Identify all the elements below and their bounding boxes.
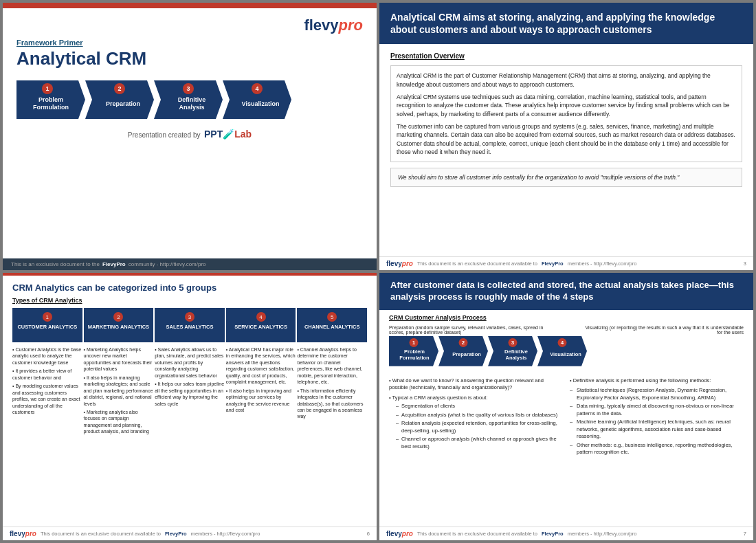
right-top-note: Visualizing (or reporting) the results i… xyxy=(584,325,744,335)
slide4-main-content: • What do we want to know? Is answering … xyxy=(379,370,753,527)
left-bullet-1: • Typical a CRM analysis question is abo… xyxy=(389,395,563,402)
right-sub-3: Other methods: e.g., business intelligen… xyxy=(570,442,744,456)
analytics-label-2: MARKETING ANALYTICS xyxy=(86,324,152,330)
analytics-num-2: 2 xyxy=(113,312,123,322)
analytics-num-3: 3 xyxy=(185,312,194,322)
slide4-step-3: 3 DefinitiveAnalysis xyxy=(488,336,537,366)
right-sub-1: Data mining, typically aimed at discover… xyxy=(570,403,744,417)
slide2-footer-brand: FlevyPro xyxy=(542,261,564,267)
step-4-number: 4 xyxy=(252,83,263,94)
analytics-label-5: CHANNEL ANALYTICS xyxy=(299,324,365,330)
slide4-section-label: CRM Customer Analysis Process xyxy=(389,314,744,321)
step-3-number: 3 xyxy=(183,83,194,94)
left-sub-0: Segmentation of clients xyxy=(396,403,563,410)
analytics-num-1: 1 xyxy=(43,312,52,322)
slide4-step-4: 4 Visualization xyxy=(537,336,587,366)
slide3-section-label: Types of CRM Analytics xyxy=(12,297,367,304)
slide4-steps: 1 ProblemFormulation 2 Preparation 3 Def… xyxy=(389,336,744,366)
analytics-descriptions: • Customer Analytics is the base analyti… xyxy=(12,346,367,437)
slide4-left-col: • What do we want to know? Is answering … xyxy=(389,377,563,520)
analytics-desc-3: • Sales Analytics allows us to plan, sim… xyxy=(155,346,225,437)
desc-1-1: • It provides a better view of customer … xyxy=(12,368,82,381)
analytics-num-5: 5 xyxy=(327,312,337,322)
analytics-label-4: SERVICE ANALYTICS xyxy=(228,324,294,330)
right-bullet-0: • Definitive analysis is performed using… xyxy=(570,377,744,385)
slide3-content: CRM Analytics can be categorized into 5 … xyxy=(3,276,377,527)
left-sub-2: Relation analysis (expected retention, o… xyxy=(396,420,563,434)
right-sub-bullets: Statistical techniques (Regression Analy… xyxy=(570,387,744,456)
step-1-number: 1 xyxy=(42,83,53,94)
slide4-step-label-3: DefinitiveAnalysis xyxy=(504,348,528,361)
slide4-header: After customer data is collected and sto… xyxy=(379,273,753,310)
slide4-left-bullets: • What do we want to know? Is answering … xyxy=(389,377,563,451)
step-2-label: Preparation xyxy=(106,100,140,108)
slide2-header-title: Analytical CRM aims at storing, analyzin… xyxy=(390,11,742,36)
slide4-footer-text: This document is an exclusive document a… xyxy=(417,531,537,537)
slide4-right-col: • Definitive analysis is performed using… xyxy=(570,377,744,520)
analytics-label-3: SALES ANALYTICS xyxy=(157,324,223,330)
slide4-step-label-4: Visualization xyxy=(550,351,581,357)
desc-3-1: • It helps our sales team pipeline all t… xyxy=(155,381,225,407)
slide2-footer-text: This document is an exclusive document a… xyxy=(417,261,537,267)
framework-primer-label: Framework Primer xyxy=(16,38,363,47)
analytics-desc-5: • Channel Analytics helps to determine t… xyxy=(297,346,367,437)
right-sub-0: Statistical techniques (Regression Analy… xyxy=(570,387,744,401)
desc-4-0: • Analytical CRM has major role in enhan… xyxy=(226,346,296,386)
slide3-title: CRM Analytics can be categorized into 5 … xyxy=(12,282,367,293)
footer-text: This is an exclusive document to the xyxy=(11,261,100,267)
pptlab-credit: Presentation created by PPT🧪Lab xyxy=(16,129,363,140)
desc-2-1: • It also helps in managing marketing st… xyxy=(84,375,154,407)
slide2-header: Analytical CRM aims at storing, analyzin… xyxy=(379,3,753,44)
step-2: 2 Preparation xyxy=(85,80,154,119)
slide4-footer-url: members - http://flevy.com/pro xyxy=(568,531,637,537)
step-4: 4 Visualization xyxy=(223,80,291,119)
slide1-main-content: flevypro Framework Primer Analytical CRM… xyxy=(3,8,377,258)
slide-2: Analytical CRM aims at storing, analyzin… xyxy=(379,3,753,270)
desc-3-0: • Sales Analytics allows us to plan, sim… xyxy=(155,346,225,379)
slide3-footer-brand: FlevyPro xyxy=(165,531,187,537)
slide4-process-diagram: 1 ProblemFormulation 2 Preparation 3 Def… xyxy=(379,336,753,366)
slide-3: CRM Analytics can be categorized into 5 … xyxy=(3,273,377,540)
analytics-boxes: 1 CUSTOMER ANALYTICS 2 MARKETING ANALYTI… xyxy=(12,308,367,342)
step-4-label: Visualization xyxy=(242,100,280,108)
body-para-1: Analytical CRM is the part of Customer R… xyxy=(397,71,736,89)
desc-5-1: • This information efficiently integrate… xyxy=(297,388,367,420)
slide4-section-label-container: CRM Customer Analysis Process xyxy=(379,310,753,325)
step-3: 3 DefinitiveAnalysis xyxy=(154,80,223,119)
right-sub-2: Machine learning (Artificial Intelligenc… xyxy=(570,419,744,441)
slide3-page-num: 6 xyxy=(367,531,370,537)
step-2-number: 2 xyxy=(114,83,125,94)
slide-4: After customer data is collected and sto… xyxy=(379,273,753,540)
slide2-footer: flevypro This document is an exclusive d… xyxy=(379,256,753,270)
left-sub-3: Channel or approach analysis (which chan… xyxy=(396,436,563,450)
desc-5-0: • Channel Analytics helps to determine t… xyxy=(297,346,367,386)
body-para-3: The customer info can be captured from v… xyxy=(397,122,736,156)
top-bar xyxy=(3,3,377,8)
slide4-right-bullets: • Definitive analysis is performed using… xyxy=(570,377,744,456)
footer-url: community - http://flevy.com/pro xyxy=(129,261,206,267)
analytics-box-5: 5 CHANNEL ANALYTICS xyxy=(297,308,367,342)
analytics-num-4: 4 xyxy=(256,312,266,322)
slide4-step-num-4: 4 xyxy=(558,338,567,347)
analytics-box-1: 1 CUSTOMER ANALYTICS xyxy=(12,308,82,342)
left-top-note: Preparation (random sample survey, relev… xyxy=(389,325,548,335)
slide4-step-num-2: 2 xyxy=(459,338,468,347)
slide4-footer: flevypro This document is an exclusive d… xyxy=(379,527,753,540)
slide2-footer-url: members - http://flevy.com/pro xyxy=(568,261,637,267)
slide-1: flevypro Framework Primer Analytical CRM… xyxy=(3,3,377,270)
footer-logo-4: flevypro xyxy=(386,530,413,538)
analytics-desc-4: • Analytical CRM has major role in enhan… xyxy=(226,346,296,437)
left-bullet-0: • What do we want to know? Is answering … xyxy=(389,377,563,392)
left-sub-bullets: Segmentation of clients Acquisition anal… xyxy=(389,403,563,450)
slide4-top-notes: Preparation (random sample survey, relev… xyxy=(379,325,753,335)
credit-text: Presentation created by xyxy=(128,131,201,139)
slide4-footer-brand: FlevyPro xyxy=(542,531,564,537)
slide4-page-num: 7 xyxy=(744,531,746,537)
slide3-footer-text: This document is an exclusive document a… xyxy=(41,531,161,537)
left-sub-1: Acquisition analysis (what is the qualit… xyxy=(396,412,563,419)
slide4-step-2: 2 Preparation xyxy=(438,336,488,366)
analytics-desc-2: • Marketing Analytics helps uncover new … xyxy=(84,346,154,437)
desc-2-2: • Marketing analytics also focuses on ca… xyxy=(84,409,154,435)
footer-logo-3: flevypro xyxy=(10,530,36,538)
flask-icon: 🧪 xyxy=(223,129,234,140)
